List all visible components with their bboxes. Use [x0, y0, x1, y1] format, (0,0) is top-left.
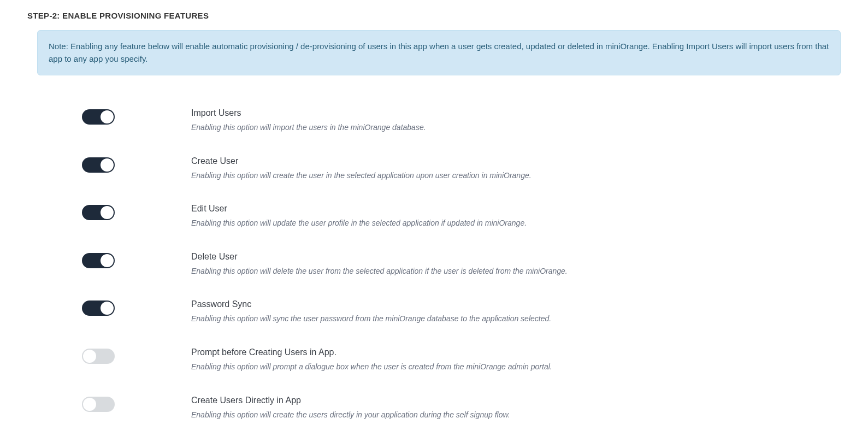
feature-title: Import Users: [191, 108, 841, 118]
step-title: STEP-2: ENABLE PROVISIONING FEATURES: [27, 11, 841, 20]
feature-title: Prompt before Creating Users in App.: [191, 347, 841, 357]
feature-desc: Enabling this option will delete the use…: [191, 266, 841, 277]
feature-row: Prompt before Creating Users in App. Ena…: [82, 347, 841, 373]
feature-title: Create Users Directly in App: [191, 396, 841, 405]
feature-desc: Enabling this option will import the use…: [191, 122, 841, 133]
feature-desc: Enabling this option will create the use…: [191, 170, 841, 181]
toggle-create-directly[interactable]: [82, 397, 115, 412]
feature-row: Create Users Directly in App Enabling th…: [82, 396, 841, 421]
toggle-delete-user[interactable]: [82, 253, 115, 268]
feature-row: Import Users Enabling this option will i…: [82, 108, 841, 133]
feature-row: Delete User Enabling this option will de…: [82, 252, 841, 277]
toggle-prompt-before-create[interactable]: [82, 349, 115, 364]
toggle-create-user[interactable]: [82, 157, 115, 173]
feature-row: Password Sync Enabling this option will …: [82, 299, 841, 325]
feature-desc: Enabling this option will sync the user …: [191, 314, 841, 325]
toggle-edit-user[interactable]: [82, 205, 115, 220]
feature-title: Password Sync: [191, 299, 841, 309]
feature-desc: Enabling this option will update the use…: [191, 218, 841, 229]
toggle-password-sync[interactable]: [82, 301, 115, 316]
feature-row: Edit User Enabling this option will upda…: [82, 204, 841, 229]
feature-title: Delete User: [191, 252, 841, 262]
feature-row: Create User Enabling this option will cr…: [82, 156, 841, 181]
features-list: Import Users Enabling this option will i…: [82, 108, 841, 420]
feature-title: Edit User: [191, 204, 841, 214]
feature-desc: Enabling this option will create the use…: [191, 410, 841, 421]
feature-desc: Enabling this option will prompt a dialo…: [191, 362, 841, 373]
toggle-import-users[interactable]: [82, 109, 115, 125]
feature-title: Create User: [191, 156, 841, 166]
info-note: Note: Enabling any feature below will en…: [37, 30, 841, 75]
